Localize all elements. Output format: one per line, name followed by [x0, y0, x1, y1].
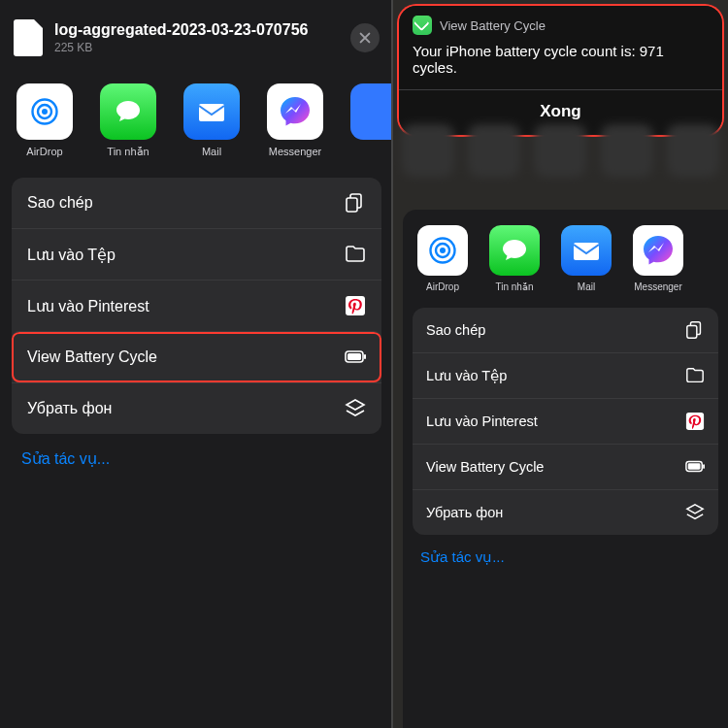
extra-app-icon: [350, 83, 393, 140]
pinterest-icon: [685, 412, 705, 431]
document-icon: [14, 19, 43, 56]
share-messenger[interactable]: Messenger: [630, 225, 686, 292]
layers-icon: [345, 398, 366, 419]
copy-icon: [685, 320, 705, 340]
share-label: Mail: [578, 281, 595, 292]
share-messages[interactable]: Tin nhắn: [486, 225, 543, 292]
file-name: log-aggregated-2023-03-23-070756: [54, 21, 339, 39]
action-label: Убрать фон: [27, 400, 112, 417]
action-copy[interactable]: Sao chép: [413, 308, 718, 352]
action-label: Sao chép: [426, 322, 485, 338]
actions-list: Sao chép Lưu vào Tệp Lưu vào Pinterest V…: [12, 178, 381, 434]
background-apps-blurred: [401, 124, 720, 196]
action-label: Убрать фон: [426, 505, 503, 520]
share-label: Mail: [202, 146, 221, 157]
copy-icon: [345, 192, 366, 214]
share-label: AirDrop: [26, 146, 62, 157]
action-battery-cycle[interactable]: View Battery Cycle: [413, 444, 718, 489]
close-icon: [358, 31, 372, 45]
action-label: Lưu vào Pinterest: [27, 297, 149, 315]
notification-banner[interactable]: View Battery Cycle Your iPhone battery c…: [399, 6, 722, 135]
action-copy[interactable]: Sao chép: [12, 178, 381, 228]
action-save-files[interactable]: Lưu vào Tệp: [413, 352, 718, 398]
close-button[interactable]: [350, 23, 380, 52]
share-messages[interactable]: Tin nhắn: [97, 83, 159, 158]
notification-body: Your iPhone battery cycle count is: 971 …: [413, 43, 709, 76]
action-label: Lưu vào Pinterest: [426, 414, 538, 429]
share-mail[interactable]: Mail: [181, 83, 243, 158]
pinterest-icon: [345, 295, 366, 316]
result-panel-right: View Battery Cycle Your iPhone battery c…: [393, 0, 728, 728]
file-size: 225 KB: [54, 41, 339, 54]
share-messenger[interactable]: Messenger: [264, 83, 326, 158]
airdrop-icon: [28, 95, 61, 128]
action-pinterest[interactable]: Lưu vào Pinterest: [413, 398, 718, 444]
share-airdrop[interactable]: AirDrop: [14, 83, 76, 158]
layers-icon: [685, 503, 705, 522]
action-remove-bg[interactable]: Убрать фон: [413, 489, 718, 535]
folder-icon: [685, 366, 705, 385]
action-label: Lưu vào Tệp: [27, 246, 116, 264]
action-label: Sao chép: [27, 194, 93, 212]
share-more[interactable]: [347, 83, 393, 158]
share-label: Messenger: [634, 281, 681, 292]
messages-icon: [112, 95, 145, 128]
messenger-icon: [276, 92, 314, 131]
action-save-files[interactable]: Lưu vào Tệp: [12, 228, 381, 280]
action-pinterest[interactable]: Lưu vào Pinterest: [12, 280, 381, 331]
battery-icon: [345, 347, 366, 368]
share-label: Tin nhắn: [496, 281, 534, 292]
action-label: Lưu vào Tệp: [426, 368, 507, 383]
share-apps-row: AirDrop Tin nhắn Mail Messenger: [0, 74, 393, 164]
edit-actions-link[interactable]: Sửa tác vụ...: [0, 434, 393, 483]
share-mail[interactable]: Mail: [558, 225, 614, 292]
file-header: log-aggregated-2023-03-23-070756 225 KB: [0, 0, 393, 74]
share-label: Messenger: [269, 146, 321, 157]
messenger-icon: [639, 231, 678, 270]
mail-icon: [570, 234, 603, 267]
share-sheet-left: log-aggregated-2023-03-23-070756 225 KB …: [0, 0, 393, 728]
share-label: Tin nhắn: [107, 146, 149, 158]
airdrop-icon: [426, 234, 459, 267]
action-label: View Battery Cycle: [27, 348, 157, 366]
edit-actions-link[interactable]: Sửa tác vụ...: [403, 535, 728, 579]
folder-icon: [345, 244, 366, 265]
notification-app-name: View Battery Cycle: [440, 18, 546, 33]
share-label: AirDrop: [426, 281, 459, 292]
share-airdrop[interactable]: AirDrop: [414, 225, 471, 292]
shortcut-app-icon: [413, 16, 432, 35]
actions-list: Sao chép Lưu vào Tệp Lưu vào Pinterest V…: [413, 308, 718, 535]
share-sheet-right: AirDrop Tin nhắn Mail Messenger Sao chép…: [403, 210, 728, 728]
action-label: View Battery Cycle: [426, 459, 544, 475]
battery-icon: [685, 457, 705, 477]
share-apps-row: AirDrop Tin nhắn Mail Messenger: [403, 217, 728, 296]
action-battery-cycle[interactable]: View Battery Cycle: [12, 331, 381, 382]
file-meta: log-aggregated-2023-03-23-070756 225 KB: [54, 21, 339, 54]
action-remove-bg[interactable]: Убрать фон: [12, 382, 381, 434]
messages-icon: [498, 234, 531, 267]
mail-icon: [195, 95, 228, 128]
